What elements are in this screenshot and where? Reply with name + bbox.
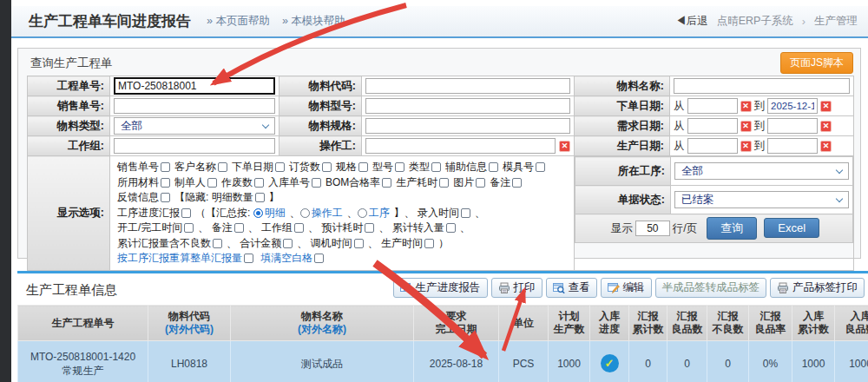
clear-date-icon[interactable]: ✕ — [740, 121, 752, 132]
checkbox-option[interactable]: 下单日期 — [232, 161, 285, 173]
checkbox-option[interactable]: 作废数 — [221, 176, 264, 188]
checkbox-option[interactable]: 入库单号 — [268, 176, 321, 188]
checkbox-option[interactable]: 生产时间 — [381, 237, 434, 249]
clear-date-icon[interactable]: ✕ — [820, 121, 832, 132]
excel-button[interactable]: Excel — [764, 218, 819, 238]
checkbox-icon[interactable] — [213, 239, 222, 248]
checkbox-icon[interactable] — [234, 223, 244, 233]
checkbox-icon[interactable] — [424, 239, 434, 248]
checkbox-icon[interactable] — [161, 178, 170, 188]
checkbox-option[interactable]: 合计金额 — [240, 237, 293, 249]
checkbox-icon[interactable] — [161, 193, 170, 202]
checkbox-option[interactable]: 预计耗时 — [321, 221, 374, 234]
checkbox-icon[interactable] — [354, 239, 364, 248]
doc-status-select[interactable]: 已结案 — [674, 191, 849, 208]
checkbox-option[interactable]: 销售单号 — [117, 161, 170, 173]
module-help-link[interactable]: » 本模块帮助 — [282, 14, 345, 29]
radio-option[interactable]: 明细 — [253, 207, 286, 219]
checkbox-option[interactable]: 工序进度汇报 — [117, 207, 191, 219]
checkbox-option[interactable]: 备注 — [490, 176, 522, 188]
checkbox-option[interactable]: 累计汇报量含不良数 — [117, 237, 222, 249]
checkbox-icon[interactable] — [446, 223, 456, 233]
radio-option[interactable]: 操作工 — [300, 207, 343, 219]
clear-operator-icon[interactable]: ✕ — [559, 141, 570, 152]
clear-date-icon[interactable]: ✕ — [740, 141, 752, 152]
checkbox-option[interactable]: 反馈信息 — [117, 191, 170, 203]
checkbox-icon[interactable] — [312, 178, 321, 188]
checkbox-icon[interactable] — [358, 162, 368, 172]
checkbox-icon[interactable] — [294, 223, 304, 233]
checkbox-icon[interactable] — [184, 223, 194, 233]
radio-icon[interactable] — [300, 208, 310, 218]
radio-icon[interactable] — [253, 208, 263, 218]
checkbox-option[interactable]: 制单人 — [174, 176, 217, 188]
workgroup-input[interactable] — [114, 138, 275, 154]
checkbox-option[interactable]: 备注 — [212, 221, 244, 234]
checkbox-option[interactable]: 型号 — [372, 161, 404, 173]
clear-date-icon[interactable]: ✕ — [820, 141, 832, 152]
checkbox-icon[interactable] — [283, 239, 293, 248]
checkbox-icon[interactable] — [439, 178, 449, 188]
search-button[interactable]: 查询 — [707, 217, 757, 240]
material-name-input[interactable] — [674, 78, 850, 94]
clear-date-icon[interactable]: ✕ — [820, 101, 832, 112]
current-process-select[interactable]: 全部 — [674, 162, 849, 180]
breadcrumb-app[interactable]: 点晴ERP子系统 — [717, 14, 793, 29]
checkbox-option[interactable]: 模具号 — [503, 161, 545, 173]
material-spec-input[interactable] — [365, 118, 570, 134]
radio-option[interactable]: 工序 — [358, 207, 390, 219]
order-date-from-input[interactable] — [687, 98, 738, 114]
checkbox-icon[interactable] — [322, 162, 332, 172]
demand-date-to-input[interactable] — [767, 118, 818, 134]
page-js-script-button[interactable]: 页面JS脚本 — [780, 52, 853, 74]
page-help-link[interactable]: » 本页面帮助 — [207, 14, 270, 29]
checkbox-option[interactable]: 订货数 — [289, 161, 332, 173]
sales-no-input[interactable] — [114, 98, 275, 114]
checkbox-icon[interactable] — [181, 208, 191, 218]
toolbar-button-progress-report[interactable]: 生产进度报告 — [393, 278, 488, 298]
checkbox-icon[interactable] — [255, 193, 265, 202]
checkbox-icon[interactable] — [395, 162, 404, 172]
checkbox-option[interactable]: 所用材料 — [117, 176, 170, 188]
material-type-select[interactable]: 全部 — [114, 117, 275, 135]
toolbar-button-print[interactable]: 打印 — [491, 278, 542, 298]
material-model-input[interactable] — [365, 98, 570, 114]
checkbox-icon[interactable] — [489, 162, 498, 172]
checkbox-option[interactable]: 填满空白格 — [260, 252, 324, 264]
checkbox-option[interactable]: 录入时间 — [418, 207, 470, 219]
checkbox-option[interactable]: 累计转入量 — [392, 221, 456, 234]
toolbar-button-product-label-print[interactable]: 产品标签打印 — [770, 278, 865, 298]
checkbox-option[interactable]: 明细数量 — [212, 191, 265, 203]
checkbox-icon[interactable] — [512, 178, 522, 188]
checkbox-option[interactable]: 辅助信息 — [445, 161, 498, 173]
toolbar-button-edit[interactable]: 编辑 — [601, 278, 652, 298]
grid-data-row[interactable]: MTO-250818001-1420常规生产LH0818测试成品2025-08-… — [18, 341, 868, 382]
checkbox-option[interactable]: 工作组 — [261, 221, 304, 234]
checkbox-option[interactable]: 开工/完工时间 — [117, 221, 194, 234]
checkbox-icon[interactable] — [431, 162, 441, 172]
checkbox-option[interactable]: 按工序汇报重算整单汇报量 — [117, 252, 253, 264]
breadcrumb-section[interactable]: 生产管理 — [814, 14, 858, 29]
back-button[interactable]: ◀后退 — [675, 14, 708, 29]
checkbox-icon[interactable] — [207, 178, 217, 188]
checkbox-option[interactable]: 图片 — [453, 176, 485, 188]
order-no-input[interactable] — [114, 77, 275, 95]
checkbox-icon[interactable] — [314, 254, 324, 263]
checkbox-icon[interactable] — [476, 178, 485, 188]
checkbox-option[interactable]: 类型 — [409, 161, 441, 173]
checkbox-icon[interactable] — [244, 254, 253, 263]
rows-per-page-input[interactable] — [635, 221, 670, 236]
clear-date-icon[interactable]: ✕ — [740, 101, 752, 112]
demand-date-from-input[interactable] — [687, 118, 738, 134]
checkbox-icon[interactable] — [365, 223, 374, 233]
checkbox-icon[interactable] — [161, 162, 170, 172]
checkbox-option[interactable]: 规格 — [336, 161, 368, 173]
checkbox-icon[interactable] — [218, 162, 227, 172]
production-date-to-input[interactable] — [767, 138, 818, 154]
production-date-from-input[interactable] — [687, 138, 738, 154]
checkbox-icon[interactable] — [275, 162, 285, 172]
checkbox-option[interactable]: 生产耗时 — [396, 176, 449, 188]
material-code-input[interactable] — [365, 78, 570, 94]
checkbox-option[interactable]: BOM合格率 — [326, 176, 391, 188]
checkbox-option[interactable]: 调机时间 — [311, 237, 364, 249]
